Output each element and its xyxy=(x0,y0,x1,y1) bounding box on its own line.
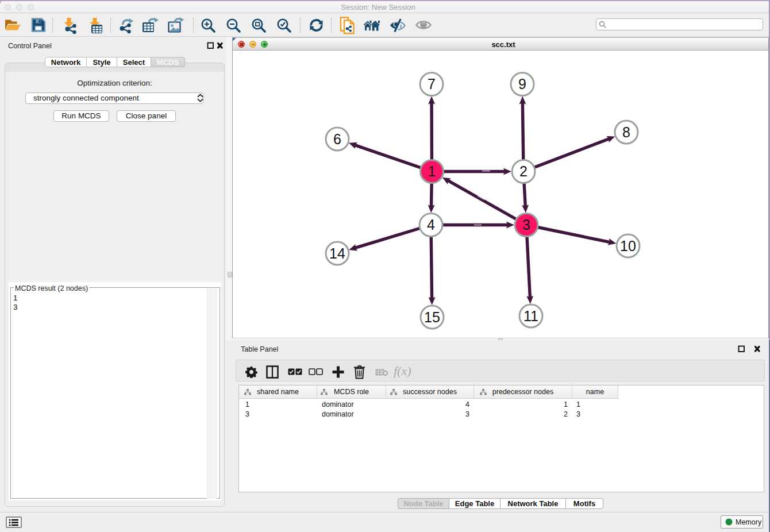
svg-text:1: 1 xyxy=(428,163,436,179)
svg-text:15: 15 xyxy=(424,309,440,325)
svg-text:8: 8 xyxy=(622,124,630,140)
svg-text:14: 14 xyxy=(329,245,345,261)
svg-text:2: 2 xyxy=(519,163,528,179)
svg-text:7: 7 xyxy=(428,76,436,92)
svg-text:11: 11 xyxy=(523,308,538,324)
svg-text:9: 9 xyxy=(518,76,526,92)
svg-text:6: 6 xyxy=(333,131,341,147)
svg-text:10: 10 xyxy=(620,238,636,254)
svg-text:3: 3 xyxy=(522,217,530,233)
svg-text:4: 4 xyxy=(427,217,435,233)
